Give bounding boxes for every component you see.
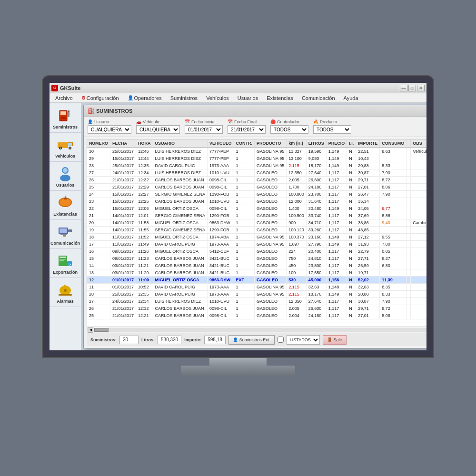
table-cell: 1 (234, 298, 255, 305)
table-row[interactable]: 1811/01/201711:52MIGUEL ORTIZ OSCA1974-A… (87, 234, 426, 241)
sidebar-item-alarmas[interactable]: Alarmas (50, 278, 81, 307)
table-cell (407, 248, 411, 255)
table-cell: 31,93 (356, 241, 380, 248)
scroll-left-button[interactable]: ◀ (88, 327, 93, 333)
scroll-thumb[interactable] (94, 328, 109, 332)
menu-archivo[interactable]: Archivo (51, 94, 77, 102)
table-cell (411, 227, 426, 234)
menu-usuarios[interactable]: Usuarios (234, 94, 262, 102)
table-row[interactable]: 3025/01/201712:46LUIS HERREROS DIEZ7777-… (87, 148, 426, 155)
listados-checkbox[interactable] (278, 337, 284, 343)
monitor-screen: G GKSuite — ▭ ✕ Archivo ⚙ (43, 76, 433, 357)
menu-suministros[interactable]: Suministros (167, 94, 201, 102)
table-cell: 27,640 (306, 298, 326, 305)
sidebar-label-usuarios: Usuarios (56, 183, 75, 188)
table-cell: 1 (234, 234, 255, 241)
table-row[interactable]: 1303/01/201711:20CARLOS BARBOS JUAN3421-… (87, 269, 426, 277)
table-row[interactable]: 2724/01/201712:34LUIS HERREROS DIEZ1010-… (87, 169, 426, 177)
menu-existencias-label: Existencias (267, 95, 293, 101)
table-row[interactable]: 2915/01/201712:44LUIS HERREROS DIEZ7777-… (87, 155, 426, 162)
table-cell: 1,117 (326, 184, 347, 191)
table-cell: 32,63 (306, 284, 326, 291)
menu-ayuda-label: Ayuda (344, 95, 358, 101)
sidebar-item-suministros[interactable]: Suministros (50, 104, 81, 133)
table-row[interactable]: 2114/01/201712:01SERGIO GIMENEZ SENA1290… (87, 212, 426, 219)
table-cell: 1 (234, 212, 255, 219)
horizontal-scrollbar[interactable]: ◀ ▶ (87, 327, 426, 333)
filter-usuario-select[interactable]: CUALQUIERA (88, 125, 131, 134)
table-cell: 12:34 (136, 298, 153, 305)
table-cell: 09/01/2017 (110, 255, 136, 262)
sidebar-item-vehiculos[interactable]: Vehículos (50, 133, 81, 162)
table-cell: 1973-AAA (208, 241, 234, 248)
table-cell: 450 (287, 262, 307, 269)
table-cell: N (347, 219, 356, 227)
table-row[interactable]: 2521/01/201712:21CARLOS BARBOS JUAN0098-… (87, 312, 426, 319)
table-row[interactable]: 1609/01/201711:26MIGUEL ORTIZ OSCA5412-C… (87, 248, 426, 255)
table-row[interactable]: 2521/01/201712:29CARLOS BARBOS JUAN0098-… (87, 184, 426, 191)
table-row[interactable]: 2215/01/201712:06MIGUEL ORTIZ OSCA0098-C… (87, 205, 426, 212)
table-cell: 22,51 (356, 148, 380, 155)
sidebar-item-usuarios[interactable]: Usuarios (50, 162, 81, 191)
table-row[interactable]: 1509/01/201711:23CARLOS BARBOS JUAN3421-… (87, 255, 426, 262)
table-cell: 9,080 (306, 155, 326, 162)
table-row[interactable]: 2825/01/201712:35DAVID CAROL PUIG1973-AA… (87, 291, 426, 298)
table-row[interactable]: 2014/01/201711:58MIGUEL ORTIZ OSCA9863-D… (87, 219, 426, 227)
filter-vehiculo-select[interactable]: CUALQUIERA (136, 125, 180, 134)
sidebar-item-exportacion[interactable]: txt Exportación (50, 249, 81, 278)
table-row[interactable]: 2724/01/201712:34LUIS HERREROS DIEZ1010-… (87, 298, 426, 305)
table-cell: 13 (87, 269, 110, 277)
table-cell: N (347, 269, 356, 277)
menu-ayuda[interactable]: Ayuda (340, 94, 362, 102)
menu-operadores[interactable]: 👤 Operadores (124, 94, 166, 102)
filter-producto-select[interactable]: TODOS (313, 125, 351, 134)
table-cell: 12:21 (136, 312, 153, 319)
table-cell (411, 162, 426, 169)
table-row[interactable]: 2621/01/201712:32CARLOS BARBOS JUAN0098-… (87, 177, 426, 184)
sidebar-item-comunicacion[interactable]: Comunicación (50, 220, 81, 249)
menu-bar: Archivo ⚙ Configuración 👤 Operadores Sum… (50, 93, 426, 103)
restore-button[interactable]: ▭ (408, 85, 416, 91)
table-cell: 1 (234, 205, 255, 212)
table-cell: 12.000 (287, 198, 307, 205)
listados-dropdown[interactable]: LISTADOS (287, 335, 320, 345)
table-cell: 12:46 (136, 148, 153, 155)
table-row[interactable]: 2825/01/201712:35DAVID CAROL PUIG1973-AA… (87, 162, 426, 169)
filter-fecha-inicial-select[interactable]: 01/01/2017 (185, 125, 223, 134)
table-cell: 30,480 (306, 205, 326, 212)
menu-vehiculos[interactable]: Vehículos (202, 94, 233, 102)
table-row[interactable]: 2415/01/201712:27SERGIO GIMENEZ SENA1290… (87, 191, 426, 198)
svg-point-14 (63, 168, 68, 173)
suministros-ext-button[interactable]: 👤 Suministros Ext. (228, 335, 275, 345)
table-row[interactable]: 2315/01/201712:25CARLOS BARBOS JUAN1010-… (87, 198, 426, 205)
table-cell (411, 177, 426, 184)
sidebar-item-existencias[interactable]: Existencias (50, 191, 81, 220)
filter-controlador-select[interactable]: TODOS (270, 125, 308, 134)
table-cell: 12:27 (136, 191, 153, 198)
table-row[interactable]: 1101/01/201710:52DAVID CAROL PUIG1973-AA… (87, 284, 426, 291)
menu-existencias[interactable]: Existencias (263, 94, 297, 102)
data-table-wrapper[interactable]: NÚMERO FECHA HORA USUARIO VEHÍCULO CONTR… (87, 139, 426, 327)
table-cell: 10,43 (356, 155, 380, 162)
table-row[interactable]: 1711/01/201711:49DAVID CAROL PUIG1973-AA… (87, 241, 426, 248)
table-row[interactable]: 1403/01/201711:21CARLOS BARBOS JUAN3421-… (87, 262, 426, 269)
table-cell: 7,90 (380, 169, 407, 177)
table-cell: 8,35 (380, 284, 407, 291)
table-cell: 8,72 (380, 177, 407, 184)
close-button[interactable]: ✕ (417, 85, 425, 91)
table-row[interactable]: 2621/01/201712:32CARLOS BARBOS JUAN0098-… (87, 305, 426, 312)
filter-fecha-final-select[interactable]: 31/01/2017 (228, 125, 266, 134)
table-row[interactable]: 1201/01/201711:00MIGUEL ORTIZ OSCA9863-D… (87, 277, 426, 284)
table-cell: 8,33 (380, 162, 407, 169)
table-cell: 29,71 (356, 305, 380, 312)
table-row[interactable]: 1914/01/201711:55SERGIO GIMENEZ SENA1290… (87, 227, 426, 234)
table-cell: 1,117 (326, 177, 347, 184)
menu-comunicacion[interactable]: Comunicación (298, 94, 339, 102)
filter-bar: 👤 Usuario: CUALQUIERA 🚗 (84, 117, 426, 137)
menu-configuracion[interactable]: ⚙ Configuración (78, 94, 123, 102)
minimize-button[interactable]: — (400, 85, 407, 91)
table-cell: 13.327 (287, 148, 307, 155)
col-hora: HORA (136, 139, 153, 148)
table-cell: N (347, 312, 356, 319)
salir-button[interactable]: 🚪 Salir (323, 335, 347, 345)
